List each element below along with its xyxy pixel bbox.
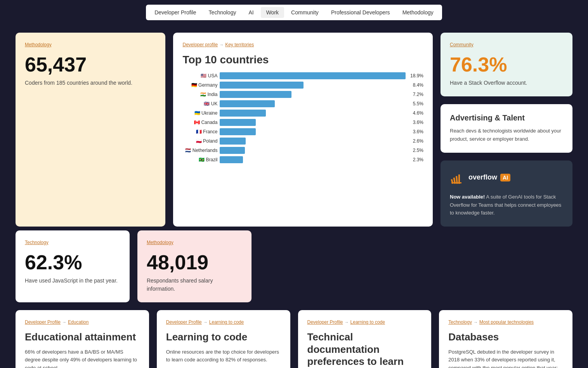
bar-country-label: 🇺🇦 Ukraine <box>182 110 217 116</box>
db-popular-link[interactable]: Most popular technologies <box>479 319 534 325</box>
bar-fill <box>220 91 291 98</box>
bar-pct: 2.3% <box>413 157 423 162</box>
top10-breadcrumb: Developer profile → Key territories <box>182 42 423 47</box>
bar-country-label: 🇵🇱 Poland <box>182 138 217 144</box>
nav-item-professional-developers[interactable]: Professional Developers <box>326 7 395 18</box>
tech-link[interactable]: Technology <box>25 240 49 245</box>
bar-row: 🇳🇱 Netherlands2.5% <box>182 147 423 154</box>
bar-country-label: 🇺🇸 USA <box>182 73 217 78</box>
bar-track <box>220 82 408 89</box>
education-card: Developer Profile → Education Educationa… <box>16 310 149 368</box>
coders-desc: Coders from 185 countries around the wor… <box>25 79 156 87</box>
ad-title: Advertising & Talent <box>450 113 563 122</box>
community-desc: Have a Stack Overflow account. <box>450 79 563 87</box>
right-spacer <box>477 230 572 302</box>
nav-item-community[interactable]: Community <box>286 7 324 18</box>
methodology-breadcrumb: Methodology <box>25 42 156 47</box>
methodology2-number: 48,019 <box>147 251 242 274</box>
methodology2-breadcrumb: Methodology <box>147 240 242 245</box>
learning-desc1: Online resources are the top choice for … <box>166 348 281 365</box>
db-tech-link[interactable]: Technology <box>448 319 472 325</box>
edu-education-link[interactable]: Education <box>68 319 88 325</box>
bar-country-label: 🇩🇪 Germany <box>182 82 217 88</box>
bar-track <box>220 100 408 107</box>
bar-track <box>220 138 408 145</box>
techdoc-title: Technical documentation preferences to l… <box>307 331 422 368</box>
nav-item-developer-profile[interactable]: Developer Profile <box>149 7 201 18</box>
bar-fill <box>220 156 243 163</box>
bar-row: 🇵🇱 Poland2.6% <box>182 138 423 145</box>
bar-fill <box>220 119 255 126</box>
bar-track <box>220 91 408 98</box>
techdoc-card: Developer Profile → Learning to code Tec… <box>298 310 432 368</box>
learning-dev-profile-link[interactable]: Developer Profile <box>166 319 202 325</box>
bar-country-label: 🇨🇦 Canada <box>182 120 217 125</box>
overflow-ai-badge: AI <box>500 174 510 181</box>
advertising-card: Advertising & Talent Reach devs & techno… <box>441 104 572 153</box>
bar-pct: 7.2% <box>413 92 423 97</box>
methodology2-link[interactable]: Methodology <box>147 240 173 245</box>
overflow-available: Now available! <box>450 194 485 200</box>
community-number: 76.3% <box>450 54 563 76</box>
nav-item-methodology[interactable]: Methodology <box>397 7 439 18</box>
bar-country-label: 🇧🇷 Brazil <box>182 157 217 162</box>
db-title: Databases <box>448 331 563 343</box>
tech-breadcrumb: Technology <box>25 240 120 245</box>
main-nav: Developer ProfileTechnologyAIWorkCommuni… <box>146 5 442 20</box>
second-top-row: Technology 62.3% Have used JavaScript in… <box>16 230 572 302</box>
nav-item-ai[interactable]: AI <box>243 7 259 18</box>
edu-desc: 66% of developers have a BA/BS or MA/MS … <box>25 348 140 368</box>
nav-item-work[interactable]: Work <box>261 7 284 18</box>
overflow-ai-card: overflow AI Now available! A suite of Ge… <box>441 160 572 227</box>
bar-pct: 2.5% <box>413 148 423 153</box>
bar-fill <box>220 147 245 154</box>
main-content: Methodology 65,437 Coders from 185 count… <box>0 25 588 368</box>
community-breadcrumb: Community <box>450 42 563 47</box>
community-card: Community 76.3% Have a Stack Overflow ac… <box>441 33 572 96</box>
bar-track <box>220 147 408 154</box>
methodology-link[interactable]: Methodology <box>25 42 52 47</box>
bar-row: 🇧🇷 Brazil2.3% <box>182 156 423 163</box>
overflow-svg-icon <box>450 170 465 185</box>
techdoc-dev-profile-link[interactable]: Developer Profile <box>307 319 343 325</box>
databases-card: Technology → Most popular technologies D… <box>439 310 572 368</box>
bar-pct: 2.6% <box>413 138 423 144</box>
key-territories-link[interactable]: Key territories <box>225 42 254 47</box>
learning-title: Learning to code <box>166 331 281 343</box>
bar-row: 🇮🇳 India7.2% <box>182 91 423 98</box>
bar-chart: 🇺🇸 USA18.9%🇩🇪 Germany8.4%🇮🇳 India7.2%🇬🇧 … <box>182 72 423 163</box>
svg-rect-4 <box>451 182 461 183</box>
techdoc-learning-link[interactable]: Learning to code <box>350 319 385 325</box>
bar-track <box>220 156 408 163</box>
bar-fill <box>220 128 255 135</box>
bar-track <box>220 110 408 117</box>
bar-fill <box>220 110 265 117</box>
ad-desc: Reach devs & technologists worldwide abo… <box>450 127 563 143</box>
bar-track <box>220 128 408 135</box>
breadcrumb-arrow: → <box>219 42 224 47</box>
bar-row: 🇫🇷 France3.6% <box>182 128 423 135</box>
learning-breadcrumb: Developer Profile → Learning to code <box>166 319 281 325</box>
bar-country-label: 🇬🇧 UK <box>182 101 217 106</box>
bar-pct: 4.6% <box>413 110 423 116</box>
learning-card: Developer Profile → Learning to code Lea… <box>157 310 290 368</box>
nav-item-technology[interactable]: Technology <box>203 7 242 18</box>
db-desc: PostgreSQL debuted in the developer surv… <box>448 348 563 368</box>
bar-track <box>220 72 406 79</box>
bar-country-label: 🇫🇷 France <box>182 129 217 134</box>
bottom-row: Developer Profile → Education Educationa… <box>16 310 572 368</box>
bar-pct: 18.9% <box>410 73 423 78</box>
bar-fill <box>220 138 246 145</box>
edu-title: Educational attainment <box>25 331 140 343</box>
coders-count: 65,437 <box>25 54 156 76</box>
edu-dev-profile-link[interactable]: Developer Profile <box>25 319 61 325</box>
learning-link[interactable]: Learning to code <box>209 319 244 325</box>
top-row: Methodology 65,437 Coders from 185 count… <box>16 33 572 227</box>
bar-country-label: 🇳🇱 Netherlands <box>182 148 217 153</box>
community-link[interactable]: Community <box>450 42 474 47</box>
bar-country-label: 🇮🇳 India <box>182 92 217 97</box>
bar-pct: 8.4% <box>413 82 423 88</box>
dev-profile-link[interactable]: Developer profile <box>182 42 218 47</box>
bar-fill <box>220 100 274 107</box>
bar-row: 🇨🇦 Canada3.6% <box>182 119 423 126</box>
